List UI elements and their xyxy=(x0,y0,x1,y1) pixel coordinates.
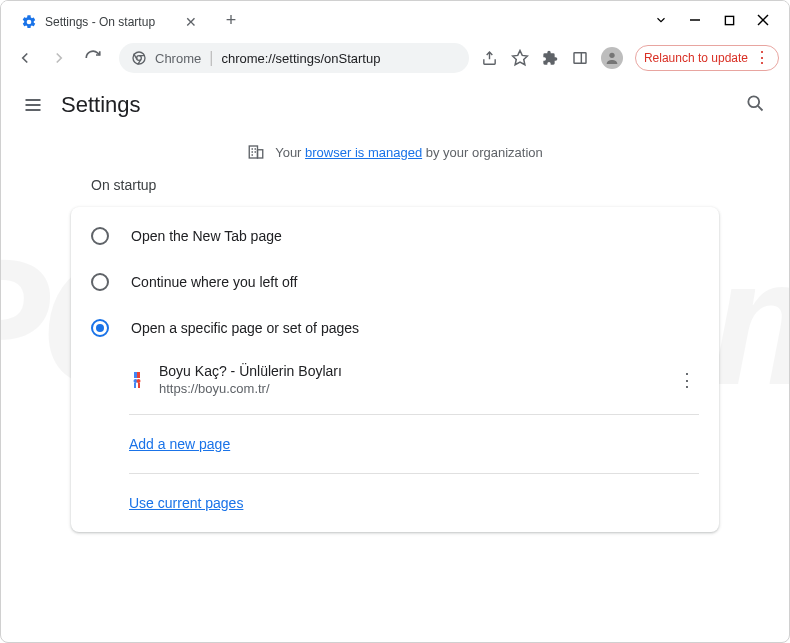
svg-rect-18 xyxy=(249,146,257,158)
sidepanel-icon[interactable] xyxy=(571,49,589,67)
chrome-icon xyxy=(131,50,147,66)
tab-close-icon[interactable]: ✕ xyxy=(183,14,199,30)
extensions-icon[interactable] xyxy=(541,49,559,67)
svg-marker-9 xyxy=(512,51,527,65)
page-item-url: https://boyu.com.tr/ xyxy=(159,381,661,396)
page-title: Settings xyxy=(61,92,141,118)
omnibox-prefix: Chrome xyxy=(155,51,201,66)
svg-point-16 xyxy=(748,96,759,107)
bookmark-star-icon[interactable] xyxy=(511,49,529,67)
radio-icon xyxy=(91,319,109,337)
option-label: Open a specific page or set of pages xyxy=(131,320,359,336)
section-title: On startup xyxy=(71,177,719,193)
option-label: Continue where you left off xyxy=(131,274,297,290)
search-icon[interactable] xyxy=(745,93,769,117)
back-button[interactable] xyxy=(11,44,39,72)
specific-pages-list: Boyu Kaç? - Ünlülerin Boyları https://bo… xyxy=(71,351,719,526)
startup-card: Open the New Tab page Continue where you… xyxy=(71,207,719,532)
startup-page-item: Boyu Kaç? - Ünlülerin Boyları https://bo… xyxy=(129,351,699,408)
omnibox-url: chrome://settings/onStartup xyxy=(221,51,380,66)
relaunch-button[interactable]: Relaunch to update ⋮ xyxy=(635,45,779,71)
divider xyxy=(129,473,699,474)
svg-line-17 xyxy=(758,106,763,111)
svg-rect-29 xyxy=(134,383,136,388)
settings-header: Settings xyxy=(1,77,789,133)
option-continue[interactable]: Continue where you left off xyxy=(71,259,719,305)
page-favicon xyxy=(129,370,145,390)
overflow-menu-icon[interactable]: ⋮ xyxy=(754,50,770,66)
svg-rect-1 xyxy=(725,16,733,24)
reload-button[interactable] xyxy=(79,44,107,72)
managed-link[interactable]: browser is managed xyxy=(305,145,422,160)
address-bar[interactable]: Chrome | chrome://settings/onStartup xyxy=(119,43,469,73)
page-item-title: Boyu Kaç? - Ünlülerin Boyları xyxy=(159,363,661,379)
radio-icon xyxy=(91,273,109,291)
maximize-icon[interactable] xyxy=(721,12,737,28)
close-icon[interactable] xyxy=(755,12,771,28)
chevron-down-icon[interactable] xyxy=(653,12,669,28)
forward-button[interactable] xyxy=(45,44,73,72)
profile-avatar[interactable] xyxy=(601,47,623,69)
browser-toolbar: Chrome | chrome://settings/onStartup Rel… xyxy=(1,39,789,77)
window-controls xyxy=(653,12,789,28)
svg-point-28 xyxy=(137,379,141,383)
svg-rect-26 xyxy=(137,372,140,378)
managed-banner: Your browser is managed by your organiza… xyxy=(1,133,789,177)
share-icon[interactable] xyxy=(481,49,499,67)
new-tab-button[interactable]: + xyxy=(217,6,245,34)
option-specific[interactable]: Open a specific page or set of pages xyxy=(71,305,719,351)
svg-rect-25 xyxy=(134,372,137,378)
page-item-more-icon[interactable]: ⋮ xyxy=(675,368,699,392)
omnibox-separator: | xyxy=(209,49,213,67)
option-new-tab[interactable]: Open the New Tab page xyxy=(71,213,719,259)
browser-tab[interactable]: Settings - On startup ✕ xyxy=(11,5,209,39)
option-label: Open the New Tab page xyxy=(131,228,282,244)
radio-icon xyxy=(91,227,109,245)
use-current-link[interactable]: Use current pages xyxy=(129,495,243,511)
divider xyxy=(129,414,699,415)
settings-content: On startup Open the New Tab page Continu… xyxy=(1,177,789,532)
add-page-link[interactable]: Add a new page xyxy=(129,436,230,452)
hamburger-menu-icon[interactable] xyxy=(21,93,45,117)
relaunch-label: Relaunch to update xyxy=(644,51,748,65)
tab-title: Settings - On startup xyxy=(45,15,155,29)
building-icon xyxy=(247,143,265,161)
managed-text: Your browser is managed by your organiza… xyxy=(275,145,543,160)
svg-rect-19 xyxy=(258,150,263,158)
minimize-icon[interactable] xyxy=(687,12,703,28)
window-titlebar: Settings - On startup ✕ + xyxy=(1,1,789,39)
svg-rect-10 xyxy=(574,53,586,64)
gear-icon xyxy=(21,14,37,30)
svg-point-12 xyxy=(609,53,614,58)
svg-rect-30 xyxy=(138,383,140,388)
